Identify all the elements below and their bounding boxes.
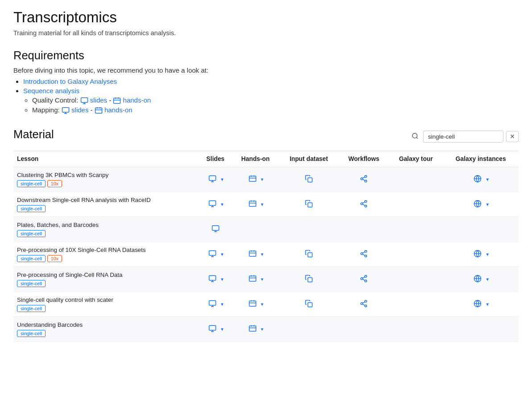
input-dataset-button[interactable] (303, 249, 315, 260)
svg-point-10 (365, 180, 367, 182)
input-dataset-button[interactable] (303, 199, 315, 210)
galaxy-instances-button[interactable] (472, 199, 483, 210)
slides-button[interactable] (207, 249, 218, 260)
separator: - (91, 106, 95, 114)
table-row: Pre-processing of Single-Cell RNA Datasi… (13, 267, 519, 292)
col-lesson: Lesson (13, 151, 199, 167)
input-dataset-button[interactable] (303, 274, 315, 285)
search-input[interactable] (423, 131, 503, 143)
svg-point-39 (365, 305, 367, 307)
slides-button[interactable] (207, 299, 218, 310)
svg-point-25 (365, 255, 367, 257)
slides-icon (80, 97, 88, 105)
svg-rect-22 (308, 253, 312, 257)
svg-point-37 (365, 300, 367, 303)
svg-rect-34 (209, 300, 216, 305)
svg-point-4 (412, 133, 417, 138)
search-container: ✕ (410, 131, 519, 143)
col-handson: Hands-on (232, 151, 279, 167)
galaxy-instances-button[interactable] (472, 299, 483, 310)
handson-button[interactable] (247, 174, 258, 185)
sub-requirements-list: Quality Control: slides - hands-on Mappi… (32, 96, 519, 115)
handson-group: ▼ (247, 324, 265, 335)
table-header-row: Lesson Slides Hands-on Input dataset Wor… (13, 151, 519, 167)
mapping-handson-link[interactable]: hands-on (104, 106, 133, 114)
svg-rect-0 (81, 98, 87, 103)
lesson-name: Downstream Single-cell RNA analysis with… (17, 197, 195, 203)
tag: 10x (47, 255, 62, 262)
col-workflows: Workflows (339, 151, 389, 167)
svg-rect-27 (209, 276, 216, 280)
tag: single-cell (17, 305, 46, 312)
handson-group: ▼ (247, 299, 265, 310)
handson-button[interactable] (247, 299, 258, 310)
svg-rect-42 (249, 326, 256, 331)
lesson-name: Pre-processing of Single-Cell RNA Data (17, 271, 195, 278)
handson-icon (95, 107, 103, 115)
svg-point-9 (361, 178, 363, 180)
handson-button[interactable] (247, 199, 258, 210)
col-input-dataset: Input dataset (279, 151, 339, 167)
workflows-button[interactable] (358, 274, 370, 285)
handson-group: ▼ (247, 274, 265, 285)
galaxy-instances-button[interactable] (472, 174, 483, 185)
list-item: Sequence analysis Quality Control: slide… (23, 87, 519, 115)
handson-button[interactable] (247, 324, 258, 335)
lesson-name: Understanding Barcodes (17, 321, 195, 328)
material-header: Material ✕ (13, 128, 519, 145)
svg-rect-1 (114, 98, 121, 103)
list-item: Introduction to Galaxy Analyses (23, 78, 519, 85)
col-galaxy-instances: Galaxy instances (443, 151, 519, 167)
input-dataset-button[interactable] (303, 299, 315, 310)
requirements-title: Requirements (13, 49, 519, 62)
svg-rect-12 (209, 201, 216, 206)
list-item: Mapping: slides - hands-on (32, 106, 519, 115)
svg-point-31 (361, 278, 363, 280)
slides-button[interactable] (207, 199, 218, 210)
table-row: Clustering 3K PBMCs with Scanpysingle-ce… (13, 167, 519, 192)
mapping-slides-link[interactable]: slides (71, 106, 88, 114)
col-slides: Slides (199, 151, 232, 167)
lesson-name: Plates, Batches, and Barcodes (17, 222, 195, 228)
requirements-section: Requirements Before diving into this top… (13, 49, 519, 115)
svg-rect-3 (95, 108, 102, 113)
slides-button[interactable] (207, 174, 218, 185)
tag: 10x (47, 180, 62, 187)
workflows-button[interactable] (358, 299, 370, 310)
slides-group: ▼ (207, 174, 224, 185)
galaxy-instances-button[interactable] (472, 249, 483, 260)
workflows-button[interactable] (358, 199, 370, 210)
tag: single-cell (17, 230, 46, 237)
tag: single-cell (17, 280, 46, 287)
workflows-button[interactable] (358, 249, 370, 260)
quality-control-handson-link[interactable]: hands-on (123, 96, 151, 104)
svg-rect-14 (308, 203, 312, 207)
svg-point-8 (365, 176, 367, 178)
svg-rect-13 (249, 201, 256, 206)
workflows-button[interactable] (358, 174, 370, 185)
handson-button[interactable] (247, 249, 258, 260)
quality-control-slides-link[interactable]: slides (90, 96, 107, 104)
tag: single-cell (17, 330, 46, 337)
galaxy-instances-group: ▼ (472, 249, 490, 260)
svg-rect-28 (249, 276, 256, 281)
search-button[interactable] (410, 131, 420, 143)
handson-button[interactable] (247, 274, 258, 285)
svg-point-38 (361, 303, 363, 305)
intro-galaxy-link[interactable]: Introduction to Galaxy Analyses (23, 78, 117, 85)
galaxy-instances-button[interactable] (472, 274, 483, 285)
svg-rect-7 (308, 178, 312, 182)
sequence-analysis-link[interactable]: Sequence analysis (23, 87, 79, 95)
table-row: Plates, Batches, and Barcodessingle-cell (13, 217, 519, 242)
slides-button[interactable] (207, 324, 218, 335)
table-row: Downstream Single-cell RNA analysis with… (13, 192, 519, 217)
search-clear-button[interactable]: ✕ (506, 131, 519, 142)
slides-button[interactable] (207, 274, 218, 285)
slides-icon (62, 107, 70, 115)
slides-button[interactable] (210, 224, 221, 235)
quality-control-label: Quality Control: (32, 96, 80, 104)
galaxy-instances-group: ▼ (472, 274, 490, 285)
input-dataset-button[interactable] (303, 174, 315, 185)
svg-point-23 (365, 251, 367, 253)
slides-group: ▼ (207, 199, 224, 210)
